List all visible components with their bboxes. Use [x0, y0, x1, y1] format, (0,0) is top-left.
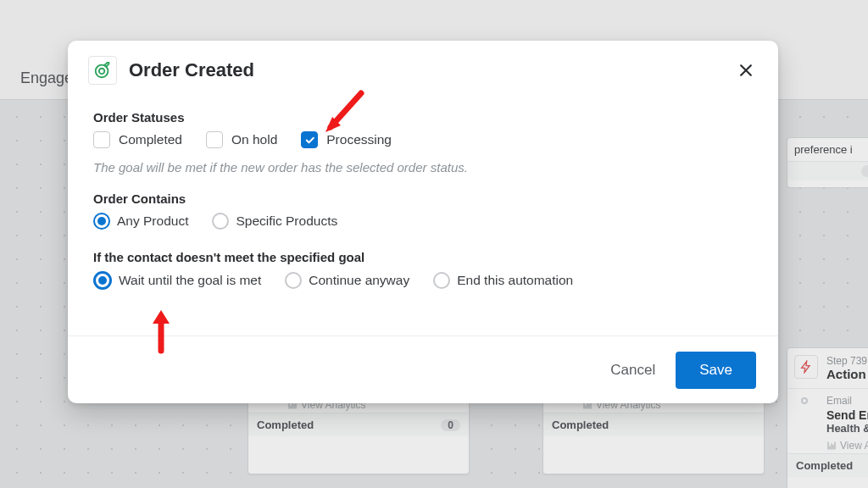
- order-created-modal: Order Created Order Statuses CompletedOn…: [68, 41, 778, 403]
- cancel-button[interactable]: Cancel: [607, 357, 659, 384]
- unmet-option-continue-anyway[interactable]: Continue anyway: [285, 272, 409, 289]
- option-label: End this automation: [457, 273, 573, 288]
- radio[interactable]: [93, 213, 110, 230]
- close-button[interactable]: [734, 58, 758, 82]
- unmet-option-wait-until-the-goal-is-met[interactable]: Wait until the goal is met: [93, 271, 261, 290]
- order-statuses-label: Order Statuses: [93, 110, 753, 125]
- radio[interactable]: [93, 271, 112, 290]
- unmet-option-end-this-automation[interactable]: End this automation: [433, 272, 573, 289]
- option-label: Continue anyway: [309, 273, 409, 288]
- modal-title: Order Created: [129, 59, 254, 81]
- radio[interactable]: [433, 272, 450, 289]
- radio[interactable]: [285, 272, 302, 289]
- status-option-on-hold[interactable]: On hold: [206, 131, 277, 148]
- option-label: On hold: [231, 132, 277, 147]
- checkbox[interactable]: [301, 131, 318, 148]
- contains-option-any-product[interactable]: Any Product: [93, 213, 188, 230]
- option-label: Completed: [119, 132, 182, 147]
- unmet-goal-label: If the contact doesn't meet the specifie…: [93, 250, 753, 264]
- option-label: Wait until the goal is met: [119, 273, 261, 288]
- status-option-completed[interactable]: Completed: [93, 131, 182, 148]
- radio[interactable]: [212, 213, 229, 230]
- svg-point-1: [99, 69, 104, 74]
- option-label: Specific Products: [236, 214, 337, 229]
- order-contains-label: Order Contains: [93, 191, 753, 206]
- option-label: Processing: [326, 132, 392, 147]
- status-option-processing[interactable]: Processing: [301, 131, 392, 148]
- checkbox[interactable]: [93, 131, 110, 148]
- option-label: Any Product: [117, 214, 188, 229]
- contains-option-specific-products[interactable]: Specific Products: [212, 213, 337, 230]
- goal-icon: [88, 56, 117, 85]
- save-button[interactable]: Save: [676, 352, 756, 389]
- checkbox[interactable]: [206, 131, 223, 148]
- order-statuses-hint: The goal will be met if the new order ha…: [93, 160, 753, 175]
